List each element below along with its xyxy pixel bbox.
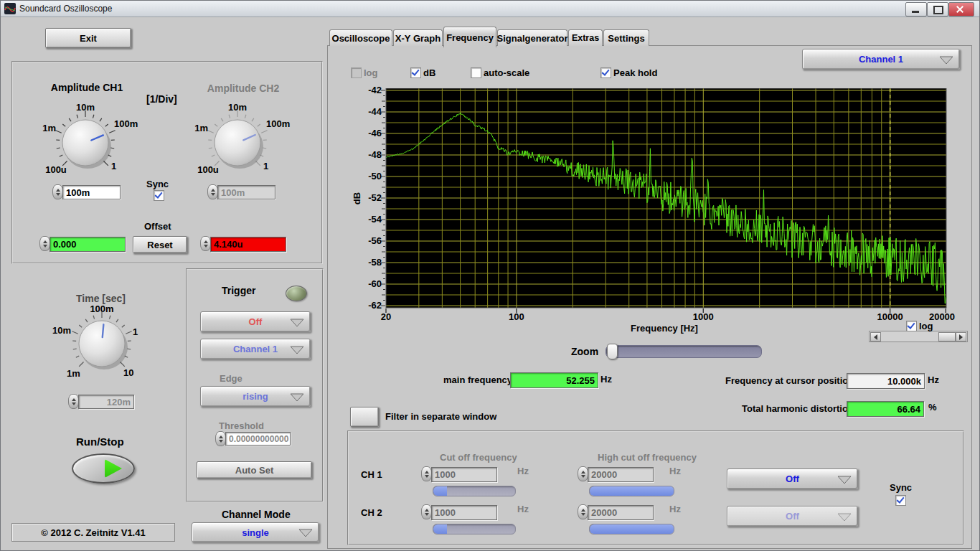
channel-select-dropdown[interactable]: Channel 1 xyxy=(802,49,960,70)
scroll-left-button[interactable] xyxy=(870,332,881,342)
log-scale-label: log xyxy=(364,67,378,78)
trigger-led xyxy=(286,286,307,301)
offset-ch1-value[interactable]: 0.000 xyxy=(50,237,126,252)
scrollbar-thumb[interactable] xyxy=(938,332,956,342)
sync-checkbox[interactable] xyxy=(154,190,164,201)
peak-hold-checkbox[interactable] xyxy=(600,67,611,78)
edge-label: Edge xyxy=(220,373,242,384)
chevron-down-icon xyxy=(298,529,313,537)
trigger-mode-dropdown[interactable]: Off xyxy=(200,311,311,332)
amplitude-ch2-spinner[interactable] xyxy=(207,184,218,199)
app-window: Soundcard Oszilloscope Exit Amplitude CH… xyxy=(0,0,980,551)
x-log-checkbox[interactable] xyxy=(906,321,917,331)
knob-tick-label: 10 xyxy=(123,367,133,378)
per-div-label: [1/Div] xyxy=(146,93,177,105)
knob-tick-label: 100u xyxy=(39,164,72,175)
log-scale-checkbox xyxy=(351,67,362,78)
offset-reset-button[interactable]: Reset xyxy=(133,236,187,253)
x-axis-title: Frequency [Hz] xyxy=(616,323,712,334)
knob-tick-label: 1m xyxy=(36,123,56,133)
auto-scale-checkbox[interactable] xyxy=(471,67,481,78)
maximize-icon xyxy=(933,6,943,14)
time-value: 120m xyxy=(78,395,134,409)
tab-frequency[interactable]: Frequency xyxy=(443,27,496,47)
knob-tick-label: 10m xyxy=(69,102,102,113)
trigger-title: Trigger xyxy=(222,285,255,296)
knob-tick-label: 10m xyxy=(48,325,71,336)
offset-ch2-spinner[interactable] xyxy=(200,236,211,251)
auto-scale-label: auto-scale xyxy=(484,67,529,78)
time-spinner xyxy=(68,394,79,409)
tab-extras[interactable]: Extras xyxy=(568,29,603,46)
knob-tick-label: 1 xyxy=(263,161,268,171)
tab-xy-graph[interactable]: X-Y Graph xyxy=(393,29,443,46)
knob-tick-label: 1m xyxy=(188,123,208,133)
channel-mode-dropdown[interactable]: single xyxy=(192,522,319,542)
exit-button[interactable]: Exit xyxy=(45,28,131,48)
copyright-text: © 2012 C. Zeitnitz V1.41 xyxy=(41,527,145,538)
knob-tick-label: 100m xyxy=(266,118,290,129)
chevron-down-icon xyxy=(290,346,304,354)
trigger-edge-dropdown[interactable]: rising xyxy=(200,386,311,407)
knob-tick-label: 1 xyxy=(111,161,116,171)
channel-mode-label: Channel Mode xyxy=(222,509,291,520)
run-stop-label: Run/Stop xyxy=(76,435,124,448)
title-bar: Soundcard Oszilloscope xyxy=(1,1,979,17)
amplitude-ch1-value[interactable]: 100m xyxy=(62,185,121,199)
chevron-down-icon xyxy=(290,319,304,327)
y-axis-title: dB xyxy=(352,192,362,204)
knob-tick-label: 100m xyxy=(114,118,138,129)
scroll-right-button[interactable] xyxy=(956,332,966,342)
threshold-value[interactable]: 0.00000000000 xyxy=(225,432,291,446)
tab-settings[interactable]: Settings xyxy=(603,29,649,46)
arrow-right-icon xyxy=(959,334,963,340)
copyright-box: © 2012 C. Zeitnitz V1.41 xyxy=(11,523,175,542)
arrow-left-icon xyxy=(874,334,877,340)
play-icon xyxy=(105,459,122,478)
window-title: Soundcard Oszilloscope xyxy=(19,4,112,14)
maximize-button[interactable] xyxy=(927,2,948,17)
knob-tick-label: 100u xyxy=(192,164,225,175)
knob-tick-label: 10m xyxy=(221,102,254,113)
amplitude-ch2-title: Amplitude CH2 xyxy=(203,83,283,94)
db-checkbox[interactable] xyxy=(410,67,421,78)
threshold-label: Threshold xyxy=(219,420,264,431)
auto-set-button[interactable]: Auto Set xyxy=(197,461,312,479)
spectrum-plot[interactable] xyxy=(380,88,952,316)
tab-signalgenerator[interactable]: Signalgenerator xyxy=(497,29,567,46)
run-stop-button[interactable] xyxy=(72,453,135,484)
sync-label: Sync xyxy=(146,179,169,189)
amplitude-ch1-spinner[interactable] xyxy=(52,184,63,199)
offset-ch1-spinner[interactable] xyxy=(39,236,50,251)
knob-tick-label: 1m xyxy=(67,368,80,379)
graph-scrollbar[interactable] xyxy=(869,331,968,342)
time-title: Time [sec] xyxy=(76,293,126,304)
knob-tick-label: 1 xyxy=(133,326,138,337)
offset-ch2-value[interactable]: 4.140u xyxy=(210,237,286,252)
chevron-down-icon xyxy=(939,56,953,65)
peak-hold-label: Peak hold xyxy=(613,67,657,78)
close-button[interactable] xyxy=(948,2,974,17)
minimize-button[interactable] xyxy=(905,2,927,17)
tab-oscilloscope[interactable]: Oscilloscope xyxy=(329,29,392,46)
amplitude-ch2-value: 100m xyxy=(217,185,275,199)
db-label: dB xyxy=(423,67,435,78)
minimize-icon xyxy=(912,11,919,13)
app-icon xyxy=(4,3,16,14)
threshold-spinner[interactable] xyxy=(215,431,226,446)
trigger-channel-dropdown[interactable]: Channel 1 xyxy=(200,339,311,359)
chevron-down-icon xyxy=(290,393,304,402)
x-log-label: log xyxy=(919,321,933,331)
offset-label: Offset xyxy=(144,221,171,232)
amplitude-ch1-title: Amplitude CH1 xyxy=(47,82,127,93)
